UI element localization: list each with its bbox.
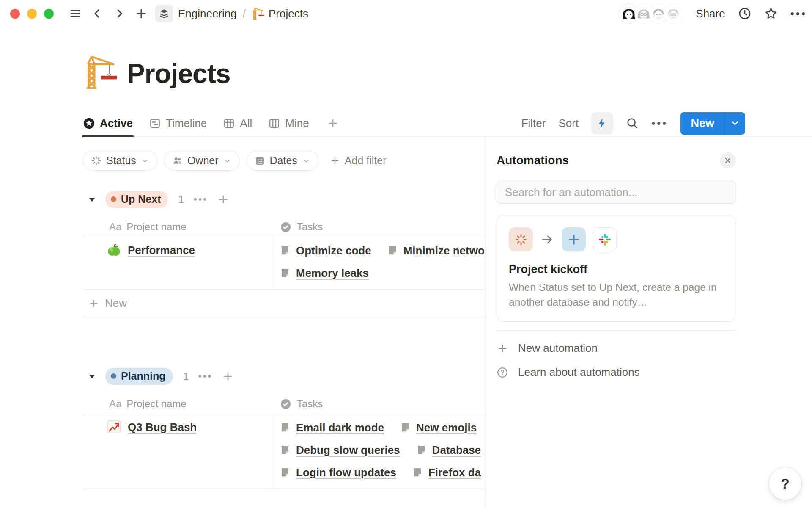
- task-link[interactable]: Database: [432, 444, 481, 457]
- project-link[interactable]: Performance: [128, 244, 195, 257]
- close-panel-button[interactable]: [720, 152, 736, 168]
- automation-card[interactable]: Project kickoff When Status set to Up Ne…: [497, 215, 736, 322]
- new-button-dropdown[interactable]: [724, 112, 745, 135]
- minimize-window-button[interactable]: [27, 9, 37, 19]
- status-badge[interactable]: Up Next: [105, 191, 168, 208]
- star-circle-icon: [83, 117, 95, 130]
- table-icon: [223, 117, 235, 130]
- task-item[interactable]: Database: [416, 444, 481, 457]
- task-item[interactable]: Minimize network: [387, 244, 485, 257]
- task-link[interactable]: Login flow updates: [296, 466, 396, 479]
- table-header-row: Aa Project name Tasks: [83, 394, 485, 414]
- group-options-icon[interactable]: •••: [198, 370, 212, 382]
- automations-panel: Automations Project kickoff When Status …: [485, 137, 812, 508]
- green-apple-emoji: [107, 243, 121, 257]
- project-name-cell[interactable]: Performance: [83, 237, 274, 289]
- task-item[interactable]: Email dark mode: [280, 421, 384, 434]
- forward-button[interactable]: [110, 5, 128, 22]
- more-options-icon[interactable]: •••: [790, 7, 807, 20]
- table-row[interactable]: Q3 Bug Bash Email dark mode New emojis D…: [83, 414, 485, 489]
- create-page-action-icon: [562, 227, 586, 251]
- column-header-project-name[interactable]: Aa Project name: [83, 221, 274, 233]
- status-filter-chip[interactable]: Status: [83, 151, 157, 171]
- new-split-button[interactable]: New: [680, 112, 745, 135]
- chevron-down-icon: [302, 157, 310, 165]
- dates-filter-chip[interactable]: Dates: [247, 151, 318, 171]
- group-add-icon[interactable]: [222, 370, 234, 382]
- task-link[interactable]: Minimize network: [403, 244, 485, 257]
- project-link[interactable]: Q3 Bug Bash: [128, 421, 197, 434]
- new-row-button[interactable]: New: [83, 290, 485, 318]
- tasks-header-label: Tasks: [297, 221, 323, 233]
- view-options-icon[interactable]: •••: [651, 117, 668, 130]
- status-badge[interactable]: Planning: [105, 368, 173, 385]
- column-header-tasks[interactable]: Tasks: [274, 398, 485, 410]
- task-item[interactable]: Memory leaks: [280, 267, 369, 280]
- breadcrumb: Engineering / Projects: [155, 5, 308, 22]
- task-link[interactable]: New emojis: [416, 421, 477, 434]
- task-item[interactable]: New emojis: [400, 421, 477, 434]
- group-options-icon[interactable]: •••: [193, 193, 208, 205]
- column-header-tasks[interactable]: Tasks: [274, 221, 485, 233]
- automations-panel-title: Automations: [497, 154, 569, 167]
- page-icon: [387, 246, 398, 256]
- group-add-icon[interactable]: [217, 193, 229, 205]
- collaborator-avatars[interactable]: [619, 4, 683, 23]
- close-window-button[interactable]: [10, 9, 20, 19]
- calendar-icon: [255, 155, 265, 166]
- filter-button[interactable]: Filter: [521, 117, 546, 130]
- owner-filter-label: Owner: [187, 155, 219, 167]
- tasks-cell[interactable]: Optimize code Minimize network Memory le…: [274, 237, 485, 289]
- favorite-star-icon[interactable]: [764, 7, 778, 20]
- add-view-button[interactable]: [327, 117, 339, 129]
- help-button[interactable]: ?: [769, 467, 801, 500]
- status-badge-label: Planning: [121, 370, 166, 382]
- teamspace-icon[interactable]: [155, 5, 173, 22]
- task-item[interactable]: Optimize code: [280, 244, 371, 257]
- tasks-header-label: Tasks: [297, 398, 323, 410]
- task-link[interactable]: Optimize code: [296, 244, 371, 257]
- column-header-project-name[interactable]: Aa Project name: [83, 398, 274, 410]
- tab-mine[interactable]: Mine: [268, 110, 309, 137]
- tab-active[interactable]: Active: [83, 110, 133, 137]
- tasks-cell[interactable]: Email dark mode New emojis Debug slow qu…: [274, 414, 485, 489]
- zoom-window-button[interactable]: [44, 9, 54, 19]
- view-tabs-bar: Active Timeline All Mine Filter Sort: [83, 110, 812, 137]
- task-item[interactable]: Login flow updates: [280, 466, 396, 479]
- task-link[interactable]: Memory leaks: [296, 267, 369, 280]
- share-button[interactable]: Share: [696, 7, 725, 20]
- collapse-triangle-icon[interactable]: [88, 373, 96, 381]
- learn-about-automations-link[interactable]: Learn about automations: [497, 360, 812, 384]
- owner-filter-chip[interactable]: Owner: [164, 151, 240, 171]
- project-name-cell[interactable]: Q3 Bug Bash: [83, 414, 274, 489]
- tab-timeline[interactable]: Timeline: [149, 110, 207, 137]
- add-filter-button[interactable]: Add filter: [329, 155, 387, 167]
- automations-bolt-button[interactable]: [591, 112, 613, 134]
- table-row[interactable]: Performance Optimize code Minimize netwo…: [83, 237, 485, 290]
- sidebar-menu-icon[interactable]: [66, 5, 84, 22]
- collapse-triangle-icon[interactable]: [88, 196, 96, 204]
- updates-clock-icon[interactable]: [738, 7, 752, 20]
- breadcrumb-current[interactable]: Projects: [252, 7, 308, 20]
- group-count: 1: [183, 370, 189, 383]
- automation-description: When Status set to Up Next, create a pag…: [509, 280, 724, 309]
- new-automation-button[interactable]: New automation: [497, 336, 812, 360]
- task-link[interactable]: Email dark mode: [296, 421, 384, 434]
- board-icon: [268, 117, 280, 130]
- page-icon: [412, 467, 422, 478]
- task-link[interactable]: Debug slow queries: [296, 444, 400, 457]
- automation-search-input[interactable]: [497, 181, 736, 204]
- search-icon[interactable]: [626, 117, 639, 130]
- task-link[interactable]: Firefox da: [428, 466, 481, 479]
- new-page-button[interactable]: [132, 5, 150, 22]
- tab-all[interactable]: All: [223, 110, 252, 137]
- breadcrumb-parent[interactable]: Engineering: [178, 7, 237, 20]
- crane-emoji-icon: [252, 7, 264, 20]
- task-item[interactable]: Firefox da: [412, 466, 481, 479]
- group-header-planning: Planning 1 •••: [83, 367, 485, 386]
- sort-button[interactable]: Sort: [558, 117, 579, 130]
- back-button[interactable]: [88, 5, 106, 22]
- new-button-label[interactable]: New: [680, 112, 724, 135]
- task-item[interactable]: Debug slow queries: [280, 444, 400, 457]
- group-header-up-next: Up Next 1 •••: [83, 190, 485, 209]
